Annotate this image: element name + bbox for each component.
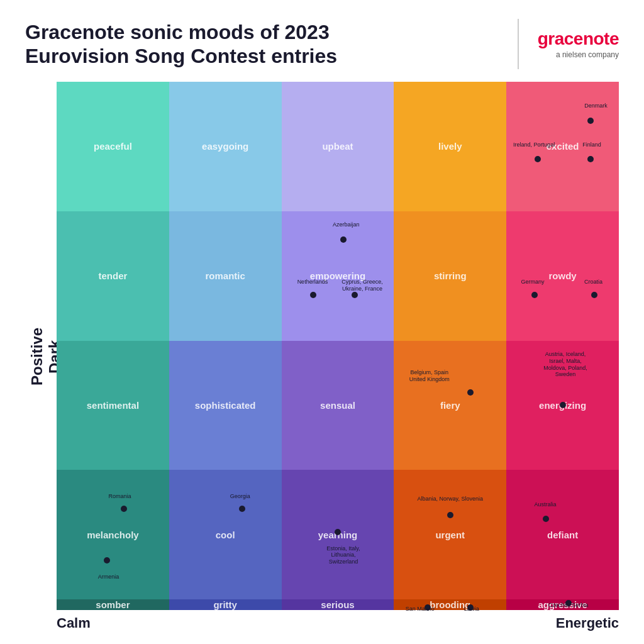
cell-excited: excited Denmark Ireland, Portugal Finlan… — [506, 82, 619, 211]
label-estonia-italy: Estonia, Italy,Lithuania,Switzerland — [298, 545, 388, 565]
dot-romania — [121, 506, 127, 512]
dot-denmark — [587, 118, 594, 124]
page-title: Gracenote sonic moods of 2023 Eurovision… — [25, 20, 499, 69]
mood-stirring: stirring — [434, 270, 467, 281]
cell-easygoing: easygoing — [169, 82, 282, 211]
cell-tender: tender — [57, 211, 169, 341]
mood-easygoing: easygoing — [202, 141, 248, 152]
logo-sub: a nielsen company — [556, 50, 619, 59]
dot-container-urgent: Albania, Norway, Slovenia — [394, 470, 506, 599]
cell-brooding: brooding San Marino Latvia — [394, 599, 506, 610]
cell-gritty: gritty — [169, 599, 282, 610]
label-azerbaijan: Azerbaijan — [321, 221, 371, 228]
cell-somber: somber — [57, 599, 169, 610]
dot-container-energizing: Austria, Iceland,Israel, Malta,Moldova, … — [506, 341, 619, 470]
mood-grid: peaceful easygoing upbeat lively excited… — [57, 82, 619, 610]
chart-main: peaceful easygoing upbeat lively excited… — [57, 82, 619, 631]
dot-azerbaijan — [340, 236, 347, 243]
dot-croatia — [591, 292, 597, 298]
dot-container-brooding: San Marino Latvia — [394, 599, 506, 610]
mood-romantic: romantic — [206, 270, 245, 281]
label-georgia: Georgia — [219, 493, 260, 500]
dot-estonia-italy — [335, 529, 341, 535]
cell-yearning: yearning Estonia, Italy,Lithuania,Switze… — [282, 470, 394, 599]
dot-germany — [531, 292, 538, 298]
dot-austria-iceland — [560, 402, 566, 408]
cell-cool: cool Georgia — [169, 470, 282, 599]
dot-belgium-spain — [467, 389, 474, 396]
cell-sensual: sensual — [282, 341, 394, 470]
label-san-marino: San Marino — [399, 606, 440, 613]
mood-somber: somber — [96, 599, 130, 610]
dot-container-melancholy: Romania Armenia — [57, 470, 169, 599]
label-austria-iceland: Austria, Iceland,Israel, Malta,Moldova, … — [512, 351, 619, 378]
label-cyprus-greece: Cyprus, Greece,Ukraine, France — [335, 279, 389, 292]
label-belgium-spain: Belgium, SpainUnited Kingdom — [399, 369, 459, 383]
label-albania-norway: Albania, Norway, Slovenia — [396, 496, 504, 502]
cell-rowdy: rowdy Germany Croatia — [506, 211, 619, 341]
cell-defiant: defiant Australia — [506, 470, 619, 599]
dot-georgia — [239, 506, 245, 512]
dot-container-fiery: Belgium, SpainUnited Kingdom — [394, 341, 506, 470]
dot-container-aggressive: Czechia, Serbia — [506, 599, 619, 610]
dot-container-empowering: Azerbaijan Netherlands Cyprus, Greece,Uk… — [282, 211, 394, 341]
label-romania: Romania — [99, 493, 140, 500]
x-label-calm: Calm — [57, 615, 91, 631]
label-latvia: Latvia — [456, 606, 487, 613]
x-label-energetic: Energetic — [556, 615, 619, 631]
cell-upbeat: upbeat — [282, 82, 394, 211]
cell-melancholy: melancholy Romania Armenia — [57, 470, 169, 599]
cell-empowering: empowering Azerbaijan Netherlands Cyprus… — [282, 211, 394, 341]
label-denmark: Denmark — [574, 103, 618, 109]
mood-peaceful: peaceful — [94, 141, 132, 152]
logo-name: gracenote — [538, 29, 619, 49]
cell-serious: serious — [282, 599, 394, 610]
logo-block: gracenote a nielsen company — [538, 29, 619, 59]
mood-gritty: gritty — [213, 599, 237, 610]
cell-aggressive: aggressive Czechia, Serbia — [506, 599, 619, 610]
y-axis: Positive Dark — [25, 82, 57, 631]
cell-sophisticated: sophisticated — [169, 341, 282, 470]
mood-serious: serious — [321, 599, 354, 610]
mood-upbeat: upbeat — [322, 141, 353, 152]
header-divider — [518, 19, 519, 69]
label-czechia-serbia: Czechia, Serbia — [523, 602, 613, 609]
dot-container-defiant: Australia — [506, 470, 619, 599]
dot-finland — [587, 156, 594, 162]
page: Gracenote sonic moods of 2023 Eurovision… — [0, 0, 644, 644]
label-australia: Australia — [523, 501, 567, 508]
label-netherlands: Netherlands — [291, 279, 335, 286]
header: Gracenote sonic moods of 2023 Eurovision… — [25, 19, 619, 69]
mood-sophisticated: sophisticated — [195, 400, 256, 411]
dot-albania-norway — [447, 512, 453, 518]
label-finland: Finland — [576, 142, 608, 148]
cell-fiery: fiery Belgium, SpainUnited Kingdom — [394, 341, 506, 470]
dot-australia — [543, 516, 549, 522]
dot-netherlands — [310, 292, 316, 298]
label-ireland-portugal: Ireland, Portugal — [512, 142, 556, 148]
mood-tender: tender — [98, 270, 127, 281]
dot-container-yearning: Estonia, Italy,Lithuania,Switzerland — [282, 470, 394, 599]
cell-energizing: energizing Austria, Iceland,Israel, Malt… — [506, 341, 619, 470]
y-label-positive: Positive — [28, 328, 46, 386]
dot-container-rowdy: Germany Croatia — [506, 211, 619, 341]
cell-lively: lively — [394, 82, 506, 211]
label-croatia: Croatia — [576, 279, 611, 286]
mood-lively: lively — [438, 141, 462, 152]
cell-stirring: stirring — [394, 211, 506, 341]
label-armenia: Armenia — [88, 574, 129, 580]
cell-romantic: romantic — [169, 211, 282, 341]
label-germany: Germany — [515, 279, 550, 286]
cell-sentimental: sentimental — [57, 341, 169, 470]
dot-container-cool: Georgia — [169, 470, 282, 599]
cell-urgent: urgent Albania, Norway, Slovenia — [394, 470, 506, 599]
mood-sensual: sensual — [320, 400, 355, 411]
mood-sentimental: sentimental — [87, 400, 139, 411]
title-block: Gracenote sonic moods of 2023 Eurovision… — [25, 20, 499, 69]
cell-peaceful: peaceful — [57, 82, 169, 211]
chart-area: Positive Dark peaceful easygoing upbeat … — [25, 82, 619, 631]
dot-armenia — [104, 557, 110, 564]
dot-container-excited: Denmark Ireland, Portugal Finland — [506, 82, 619, 211]
dot-ireland-portugal — [535, 156, 541, 162]
x-axis: Calm Energetic — [57, 610, 619, 631]
